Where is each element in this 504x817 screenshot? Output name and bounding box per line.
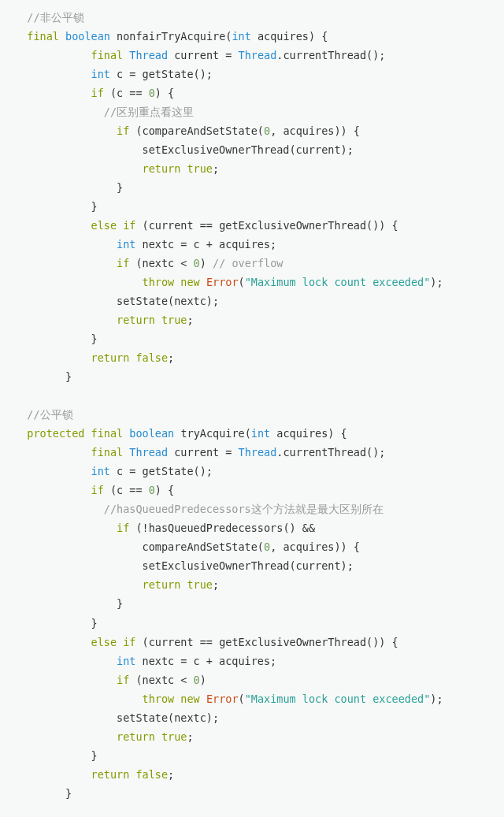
code-token	[59, 30, 65, 43]
code-token: ;	[213, 162, 219, 175]
code-token: //hasQueuedPredecessors这个方法就是最大区别所在	[104, 503, 384, 515]
code-token: "Maximum lock count exceeded"	[245, 693, 431, 705]
code-token	[14, 106, 104, 118]
code-token: ;	[187, 314, 193, 326]
code-token: else	[91, 219, 117, 232]
code-token: // overflow	[213, 257, 283, 269]
code-token: int	[91, 68, 110, 80]
code-token: 0	[194, 257, 200, 269]
code-token: }	[14, 332, 98, 345]
code-token: }	[14, 200, 98, 213]
code-token: if	[117, 522, 129, 534]
code-token: compareAndSetState(	[14, 540, 264, 553]
code-token: final	[91, 49, 124, 61]
code-token: (c ==	[104, 484, 149, 496]
code-token: .currentThread();	[276, 49, 385, 61]
code-token: boolean	[65, 30, 110, 43]
code-token	[14, 768, 91, 781]
code-token: int	[117, 238, 135, 251]
code-token: Error	[206, 276, 239, 288]
code-token: if	[117, 674, 129, 686]
code-token: if	[91, 484, 104, 496]
code-token: 0	[264, 540, 270, 553]
code-token	[14, 314, 117, 326]
code-token	[200, 693, 206, 705]
code-token: acquires) {	[251, 30, 328, 43]
code-token	[110, 30, 117, 43]
code-token: );	[430, 693, 443, 705]
code-token: (c ==	[104, 87, 149, 99]
code-token	[14, 522, 117, 534]
code-token	[14, 427, 27, 440]
code-token: )	[200, 257, 213, 269]
code-token: ;	[168, 351, 174, 364]
code-token: final	[91, 446, 124, 459]
code-token	[14, 49, 91, 61]
code-block: //非公平锁 final boolean nonfairTryAcquire(i…	[14, 8, 504, 803]
code-token	[14, 238, 117, 251]
code-token: setState(nextc);	[14, 711, 219, 724]
code-token: if	[123, 219, 135, 232]
code-token: return	[143, 578, 181, 591]
code-token: , acquires)) {	[270, 124, 360, 137]
code-token	[14, 446, 91, 459]
code-token: return	[117, 730, 155, 743]
code-token	[84, 427, 91, 440]
code-token: (nextc <	[129, 257, 193, 269]
code-token	[14, 351, 91, 364]
code-token: ;	[168, 768, 174, 781]
code-token: c = getState();	[110, 465, 213, 477]
code-token: nonfairTryAcquire	[117, 30, 225, 43]
code-token: nextc = c + acquires;	[135, 655, 276, 667]
code-token: else	[91, 636, 117, 648]
code-token	[14, 503, 104, 515]
code-token: ;	[213, 578, 219, 591]
code-token: throw	[143, 276, 175, 288]
code-token: current =	[168, 446, 238, 459]
code-token	[14, 124, 117, 137]
code-token: false	[135, 351, 168, 364]
code-token: return	[91, 768, 130, 781]
code-token: tryAcquire	[180, 427, 244, 440]
code-token	[14, 68, 91, 80]
code-token: }	[14, 370, 72, 383]
code-token: (!hasQueuedPredecessors() &&	[129, 522, 315, 534]
code-token: c = getState();	[110, 68, 213, 80]
code-token: return	[91, 351, 130, 364]
code-token: (	[239, 276, 245, 288]
code-token	[200, 276, 206, 288]
code-token	[14, 693, 143, 705]
code-token: )	[200, 674, 206, 686]
code-token: 0	[264, 124, 270, 137]
code-token	[14, 730, 117, 743]
code-token	[117, 219, 123, 232]
code-token: true	[187, 162, 213, 175]
code-token: new	[180, 693, 199, 705]
code-token: protected	[27, 427, 84, 440]
code-token	[14, 276, 143, 288]
code-token: boolean	[129, 427, 174, 440]
code-token	[14, 484, 91, 496]
code-token: final	[27, 30, 59, 43]
code-token	[14, 655, 117, 667]
code-token: if	[91, 87, 104, 99]
code-token	[14, 636, 91, 648]
code-token: }	[14, 181, 123, 194]
code-token: }	[14, 597, 123, 610]
code-token: 0	[149, 484, 155, 496]
code-token: //区别重点看这里	[104, 106, 194, 118]
code-token	[14, 257, 117, 269]
code-token: //非公平锁	[14, 11, 84, 24]
code-token: final	[91, 427, 124, 440]
code-token	[14, 219, 91, 232]
code-token: int	[232, 30, 250, 43]
code-token: "Maximum lock count exceeded"	[245, 276, 431, 288]
code-token: , acquires)) {	[270, 540, 360, 553]
code-token: ) {	[155, 484, 174, 496]
code-token	[14, 87, 91, 99]
code-token: (nextc <	[129, 674, 193, 686]
code-token: return	[143, 162, 181, 175]
code-token: (current == getExclusiveOwnerThread()) {	[135, 636, 398, 648]
code-token: (	[239, 693, 245, 705]
code-token	[14, 30, 27, 43]
